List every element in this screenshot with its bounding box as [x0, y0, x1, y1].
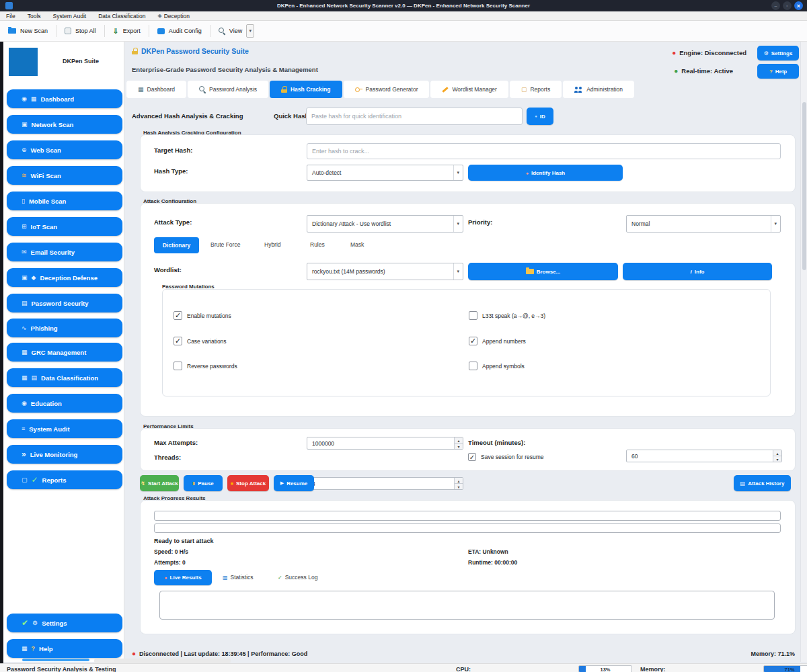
checkbox-append-numbers[interactable]: ✓ Append numbers: [469, 337, 526, 345]
stop-attack-button[interactable]: ■ Stop Attack: [227, 475, 269, 491]
sidebar-item-iot-scan[interactable]: ⊞ IoT Scan: [7, 217, 122, 236]
spin-up-icon[interactable]: ▴: [455, 478, 463, 484]
spin-down-icon[interactable]: ▾: [773, 456, 781, 462]
target-hash-input[interactable]: [307, 143, 781, 159]
tab-success-log[interactable]: ✓ Success Log: [278, 574, 317, 581]
menu-data-classification[interactable]: Data Classification: [92, 13, 151, 19]
max-attempts-value: 1000000: [312, 440, 334, 447]
wordlist-select[interactable]: rockyou.txt (14M passwords) ▾: [307, 263, 463, 280]
audit-config-button[interactable]: Audit Config: [149, 28, 210, 34]
new-scan-button[interactable]: New Scan: [0, 28, 56, 34]
attack-history-button[interactable]: ▤ Attack History: [734, 475, 791, 491]
tab-password-analysis[interactable]: Password Analysis: [188, 81, 268, 98]
sidebar-item-help[interactable]: ▦ ? Help: [7, 639, 122, 658]
sidebar-item-live-monitoring[interactable]: » Live Monitoring: [7, 445, 122, 464]
help-grid-icon: ▦: [22, 646, 28, 652]
cpu-progress-bar: 13%: [578, 665, 632, 672]
live-results-textarea[interactable]: [159, 591, 775, 620]
close-button[interactable]: ×: [794, 1, 803, 10]
timeout-stepper[interactable]: 60 ▴▾: [626, 450, 782, 462]
status-dot-icon: ●: [132, 650, 136, 657]
list-icon: ≡: [22, 426, 25, 432]
memory-label: Memory:: [640, 666, 666, 672]
checkbox-label: L33t speak (a→@, e→3): [482, 312, 545, 319]
help-button[interactable]: ? Help: [757, 64, 799, 79]
view-button[interactable]: View: [210, 28, 250, 34]
sidebar-item-data-classification[interactable]: ▦ ▤ Data Classification: [7, 368, 122, 387]
mode-tab-brute-force[interactable]: Brute Force: [210, 241, 240, 248]
sidebar-item-education[interactable]: ◉ Education: [7, 394, 122, 413]
mode-tab-hybrid[interactable]: Hybrid: [264, 241, 281, 248]
browse-button[interactable]: Browse...: [468, 263, 618, 280]
quick-hash-input[interactable]: [306, 108, 523, 125]
identify-hash-button[interactable]: ● Identify Hash: [468, 165, 623, 181]
checkbox-save-session[interactable]: ✓ Save session for resume: [468, 453, 544, 461]
threads-stepper[interactable]: 4 ▴▾: [307, 477, 463, 490]
tab-password-generator[interactable]: Password Generator: [344, 81, 430, 98]
tab-statistics[interactable]: ▥ Statistics: [223, 574, 254, 581]
sidebar-item-password-security[interactable]: ▤ Password Security: [7, 294, 122, 312]
sidebar-item-email-security[interactable]: ✉ Email Security: [7, 243, 122, 261]
start-attack-button[interactable]: ↯ Start Attack: [140, 475, 179, 491]
sidebar-item-mobile-scan[interactable]: ▯ Mobile Scan: [7, 192, 122, 210]
view-dropdown-button[interactable]: ▾: [246, 24, 254, 38]
settings-button[interactable]: ⚙ Settings: [757, 46, 799, 60]
sidebar-item-deception-defense[interactable]: ▣ ◆ Deception Defense: [7, 268, 122, 287]
menu-file[interactable]: File: [0, 13, 22, 19]
mode-tab-mask[interactable]: Mask: [350, 241, 364, 248]
start-attack-label: Start Attack: [148, 480, 178, 487]
vertical-scrollbar[interactable]: [800, 42, 807, 662]
checkbox-icon: ✓: [468, 453, 476, 461]
bottom-scrollbar-thumb[interactable]: [22, 659, 89, 661]
spin-up-icon[interactable]: ▴: [455, 437, 463, 444]
bottom-scrollbar-track[interactable]: [94, 659, 231, 663]
info-button[interactable]: i Info: [623, 263, 772, 280]
minimize-button[interactable]: –: [771, 1, 780, 10]
export-button[interactable]: ⇓ Export: [105, 27, 149, 36]
checkbox-label: Save session for resume: [481, 454, 544, 460]
sidebar-item-grc-management[interactable]: ▦ GRC Management: [7, 343, 122, 362]
tab-administration[interactable]: Administration: [563, 81, 634, 98]
resume-button[interactable]: ▶ Resume: [274, 475, 314, 491]
stop-all-button[interactable]: Stop All: [56, 28, 104, 34]
checkbox-label: Append numbers: [482, 338, 526, 345]
sidebar-item-wifi-scan[interactable]: ≋ WiFi Scan: [7, 166, 122, 185]
sidebar-item-reports[interactable]: ▢ ✓ Reports: [7, 470, 122, 489]
sidebar-item-system-audit[interactable]: ≡ System Audit: [7, 419, 122, 438]
tab-live-results[interactable]: ● Live Results: [154, 570, 212, 585]
priority-select[interactable]: Normal ▾: [626, 215, 781, 233]
checkbox-enable-mutations[interactable]: ✓ Enable mutations: [174, 311, 231, 320]
scrollbar-thumb[interactable]: [802, 102, 806, 270]
max-attempts-stepper[interactable]: 1000000 ▴▾: [307, 437, 463, 450]
checkbox-l33t-speak[interactable]: L33t speak (a→@, e→3): [469, 311, 545, 320]
mode-tab-rules[interactable]: Rules: [310, 241, 325, 248]
mode-tab-dictionary[interactable]: Dictionary: [154, 237, 199, 253]
spin-down-icon[interactable]: ▾: [455, 484, 463, 489]
attack-type-value: Dictionary Attack - Use wordlist: [312, 220, 391, 227]
checkbox-case-variations[interactable]: ✓ Case variations: [174, 337, 227, 345]
checkbox-label: Enable mutations: [187, 312, 231, 319]
menu-system-audit[interactable]: System Audit: [47, 13, 93, 19]
checkbox-reverse-passwords[interactable]: Reverse passwords: [174, 362, 237, 370]
sidebar-item-network-scan[interactable]: ▣ Network Scan: [7, 115, 122, 134]
id-button[interactable]: ● ID: [527, 108, 553, 125]
sidebar-item-dashboard[interactable]: ◉ ▦ Dashboard: [7, 89, 122, 108]
tab-hash-cracking[interactable]: Hash Cracking: [270, 81, 342, 98]
question-icon: ?: [769, 69, 773, 75]
pause-button[interactable]: ‖ Pause: [184, 475, 223, 491]
attack-type-select[interactable]: Dictionary Attack - Use wordlist ▾: [307, 215, 463, 233]
hash-type-select[interactable]: Auto-detect ▾: [307, 165, 463, 181]
sidebar-item-phishing[interactable]: ∿ Phishing: [7, 319, 122, 337]
tab-dashboard[interactable]: ▦ Dashboard: [126, 81, 186, 98]
menu-deception[interactable]: ◈ Deception: [152, 13, 196, 19]
chevron-down-icon: ▾: [453, 165, 459, 180]
sidebar-item-settings[interactable]: ✔ ⚙ Settings: [7, 614, 122, 632]
spin-up-icon[interactable]: ▴: [773, 450, 781, 456]
sidebar-item-web-scan[interactable]: ⊕ Web Scan: [7, 140, 122, 159]
tab-reports[interactable]: ▢ Reports: [510, 81, 562, 98]
menu-tools[interactable]: Tools: [22, 13, 47, 19]
checkbox-append-symbols[interactable]: Append symbols: [469, 362, 525, 370]
tab-wordlist-manager[interactable]: Wordlist Manager: [430, 81, 508, 98]
spin-down-icon[interactable]: ▾: [455, 444, 463, 449]
maximize-button[interactable]: ▫: [783, 1, 792, 10]
